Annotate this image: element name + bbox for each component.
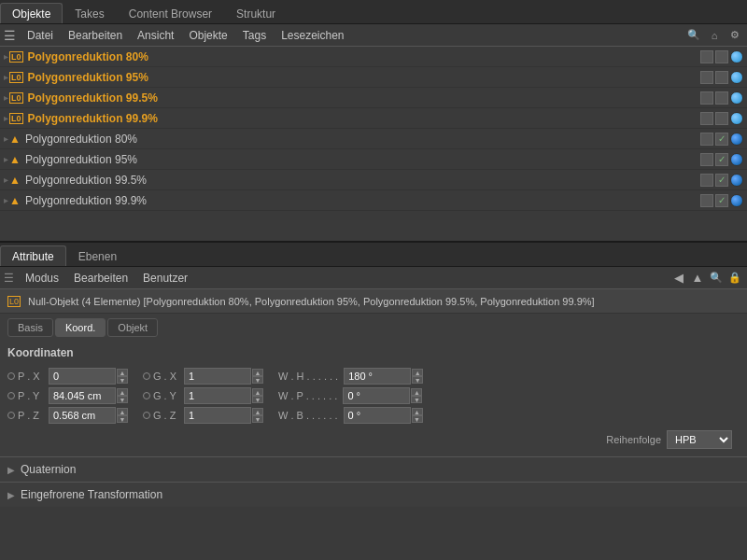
menu-lesezeichen[interactable]: Lesezeichen	[274, 27, 351, 44]
l0-icon: L0	[9, 51, 23, 63]
gy-down[interactable]: ▼	[252, 396, 263, 403]
pz-down[interactable]: ▼	[117, 415, 128, 423]
tab-objekt[interactable]: Objekt	[107, 318, 158, 337]
vis-toggle[interactable]	[700, 194, 713, 207]
koord-tabs: Basis Koord. Objekt	[0, 314, 747, 342]
tab-basis[interactable]: Basis	[7, 318, 53, 337]
gy-input[interactable]	[184, 387, 251, 404]
table-row[interactable]: ▸ ▲ Polygonreduktion 99.5% ✓	[0, 170, 747, 190]
search-icon[interactable]: 🔍	[685, 27, 702, 44]
attr-search-icon[interactable]: 🔍	[708, 270, 725, 287]
tab-content-browser[interactable]: Content Browser	[117, 3, 224, 23]
wb-input[interactable]	[344, 407, 411, 424]
menu-tags[interactable]: Tags	[235, 27, 274, 44]
attr-menu-modus[interactable]: Modus	[18, 270, 66, 287]
object-sphere[interactable]	[730, 133, 743, 146]
pz-input[interactable]	[49, 407, 116, 424]
vis-toggle[interactable]	[700, 133, 713, 146]
up-icon[interactable]: ▲	[689, 270, 706, 287]
vis-toggle[interactable]	[700, 50, 713, 63]
main-tab-bar: Objekte Takes Content Browser Struktur	[0, 0, 747, 24]
render-toggle[interactable]: ✓	[715, 133, 728, 146]
attr-menu-icon: ☰	[4, 272, 14, 285]
table-row[interactable]: ▸ L0 Polygonreduktion 95%	[0, 67, 747, 88]
table-row[interactable]: ▸ ▲ Polygonreduktion 95% ✓	[0, 149, 747, 170]
gz-input[interactable]	[184, 407, 251, 424]
attr-menu-benutzer[interactable]: Benutzer	[135, 270, 195, 287]
table-row[interactable]: ▸ L0 Polygonreduktion 99.5%	[0, 88, 747, 108]
vis-toggle[interactable]	[700, 71, 713, 84]
render-toggle[interactable]: ✓	[715, 174, 728, 187]
tab-attribute[interactable]: Attribute	[0, 245, 66, 266]
object-sphere[interactable]	[730, 174, 743, 187]
reihenfolge-select[interactable]: HPB PHB BPH	[667, 430, 732, 449]
render-toggle[interactable]	[715, 50, 728, 63]
table-row[interactable]: ▸ L0 Polygonreduktion 80%	[0, 47, 747, 67]
tab-takes[interactable]: Takes	[63, 3, 116, 23]
attr-menu-bearbeiten[interactable]: Bearbeiten	[66, 270, 135, 287]
render-toggle[interactable]	[715, 112, 728, 125]
home-icon[interactable]: ⌂	[706, 27, 723, 44]
reihenfolge-row: Reihenfolge HPB PHB BPH	[7, 427, 740, 453]
wb-down[interactable]: ▼	[412, 415, 423, 423]
gx-up[interactable]: ▲	[252, 369, 263, 376]
menu-ansicht[interactable]: Ansicht	[130, 27, 181, 44]
object-sphere[interactable]	[730, 153, 743, 166]
vis-toggle[interactable]	[700, 112, 713, 125]
lock-icon[interactable]: 🔒	[726, 270, 743, 287]
object-sphere[interactable]	[730, 91, 743, 105]
gz-down[interactable]: ▼	[252, 415, 263, 423]
render-toggle[interactable]: ✓	[715, 194, 728, 207]
object-list: ▸ L0 Polygonreduktion 80% ▸ L0 Polygonre…	[0, 47, 747, 243]
gx-input[interactable]	[184, 368, 251, 385]
object-sphere[interactable]	[730, 112, 743, 125]
wp-up[interactable]: ▲	[411, 388, 422, 396]
wp-input[interactable]	[343, 387, 410, 404]
gy-up[interactable]: ▲	[252, 388, 263, 396]
px-down[interactable]: ▼	[117, 376, 128, 384]
tab-struktur[interactable]: Struktur	[224, 3, 288, 23]
triangle-icon: ▲	[9, 153, 21, 166]
px-input[interactable]	[49, 368, 116, 385]
px-up[interactable]: ▲	[117, 369, 128, 376]
wh-up[interactable]: ▲	[412, 369, 423, 376]
py-down[interactable]: ▼	[117, 396, 128, 403]
coord-fields: P . X ▲ ▼ G . X ▲ ▼ W . H	[0, 364, 747, 456]
wh-input[interactable]	[344, 368, 411, 385]
vis-toggle[interactable]	[700, 153, 713, 166]
tab-ebenen[interactable]: Ebenen	[66, 245, 129, 266]
vis-toggle[interactable]	[700, 91, 713, 105]
eingefrorene-header[interactable]: ▶ Eingefrorene Transformation	[0, 483, 747, 507]
object-sphere[interactable]	[730, 194, 743, 207]
table-row[interactable]: ▸ ▲ Polygonreduktion 80% ✓	[0, 129, 747, 149]
render-toggle[interactable]	[715, 71, 728, 84]
gz-dot	[143, 412, 150, 419]
wh-down[interactable]: ▼	[412, 376, 423, 384]
menu-datei[interactable]: Datei	[20, 27, 61, 44]
table-row[interactable]: ▸ ▲ Polygonreduktion 99.9% ✓	[0, 190, 747, 211]
quaternion-header[interactable]: ▶ Quaternion	[0, 457, 747, 482]
table-row[interactable]: ▸ L0 Polygonreduktion 99.9%	[0, 108, 747, 129]
eingefrorene-arrow: ▶	[7, 490, 15, 500]
wb-up[interactable]: ▲	[412, 408, 423, 415]
settings-icon[interactable]: ⚙	[726, 27, 743, 44]
object-sphere[interactable]	[730, 50, 743, 63]
reihenfolge-label: Reihenfolge	[606, 434, 661, 445]
object-name: Polygonreduktion 99.9%	[25, 194, 147, 207]
render-toggle[interactable]	[715, 91, 728, 105]
tab-koord[interactable]: Koord.	[55, 318, 106, 337]
gz-up[interactable]: ▲	[252, 408, 263, 415]
pz-up[interactable]: ▲	[117, 408, 128, 415]
menu-objekte[interactable]: Objekte	[181, 27, 234, 44]
menu-bearbeiten[interactable]: Bearbeiten	[61, 27, 130, 44]
render-toggle[interactable]: ✓	[715, 153, 728, 166]
vis-toggle[interactable]	[700, 174, 713, 187]
l0-icon: L0	[9, 113, 23, 124]
back-icon[interactable]: ◀	[670, 270, 687, 287]
object-sphere[interactable]	[730, 71, 743, 84]
py-up[interactable]: ▲	[117, 388, 128, 396]
gx-down[interactable]: ▼	[252, 376, 263, 384]
tab-objekte[interactable]: Objekte	[0, 3, 63, 23]
wp-down[interactable]: ▼	[411, 396, 422, 403]
py-input[interactable]	[49, 387, 116, 404]
